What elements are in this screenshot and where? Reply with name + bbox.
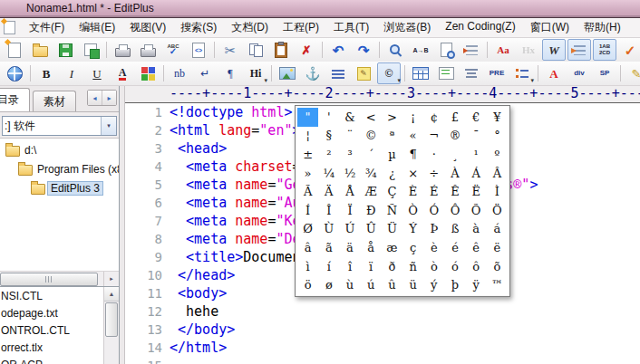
charmap-cell[interactable]: Ë xyxy=(466,182,487,201)
charmap-cell[interactable]: Ú xyxy=(339,220,360,239)
menu-item[interactable]: 帮助(H) xyxy=(577,18,628,37)
hex-view-button[interactable]: Hx xyxy=(517,39,540,61)
file-list-item[interactable]: orrect.tlx xyxy=(0,340,104,357)
charmap-cell[interactable]: Í xyxy=(297,201,318,220)
find-button[interactable] xyxy=(383,39,407,61)
redo-button[interactable]: ↷ xyxy=(352,39,375,61)
comment-button[interactable]: ✎ xyxy=(352,62,375,84)
charmap-cell[interactable]: ³ xyxy=(339,145,360,164)
menu-item[interactable]: 文件(F) xyxy=(22,18,72,37)
word-wrap-button[interactable]: W xyxy=(542,39,566,61)
charmap-cell[interactable]: ¬ xyxy=(423,127,444,146)
menu-item[interactable]: 窗口(W) xyxy=(523,18,577,37)
horizontal-rule-button[interactable] xyxy=(326,62,350,84)
charmap-cell[interactable]: à xyxy=(466,220,487,239)
special-character-button[interactable]: ©▾ xyxy=(377,62,401,84)
menu-item[interactable]: 工程(P) xyxy=(276,18,326,37)
goto-line-button[interactable] xyxy=(460,39,483,61)
charmap-cell[interactable]: ¹ xyxy=(466,145,487,164)
charmap-cell[interactable]: ¿ xyxy=(382,164,402,183)
charmap-cell[interactable]: § xyxy=(318,127,339,146)
heading-button[interactable]: Hi▾ xyxy=(244,62,267,84)
menu-item[interactable]: 浏览器(B) xyxy=(376,18,438,37)
menu-item[interactable]: 视图(V) xyxy=(122,18,173,37)
charmap-cell[interactable]: Ç xyxy=(382,182,402,201)
charmap-cell[interactable]: Ù xyxy=(318,220,339,239)
charmap-cell[interactable]: ø xyxy=(318,275,339,294)
drive-selector[interactable]: :] 软件 ▾ xyxy=(2,116,117,136)
charmap-cell[interactable]: é xyxy=(444,238,465,257)
charmap-cell[interactable]: ¾ xyxy=(361,164,382,183)
charmap-cell[interactable]: £ xyxy=(444,108,465,127)
charmap-cell[interactable]: É xyxy=(423,182,444,201)
charmap-cell[interactable]: µ xyxy=(382,145,402,164)
charmap-cell[interactable]: î xyxy=(339,257,360,276)
charmap-cell[interactable]: < xyxy=(361,108,382,127)
bold-button[interactable]: B xyxy=(34,62,58,84)
charmap-cell[interactable]: Ñ xyxy=(382,201,402,220)
toggle-case-button[interactable]: Aa xyxy=(491,39,515,61)
charmap-cell[interactable]: ì xyxy=(297,257,318,276)
browser-preview-button[interactable] xyxy=(3,62,26,84)
paste-button[interactable] xyxy=(269,39,293,61)
charmap-cell[interactable]: ¶ xyxy=(402,145,423,164)
charmap-cell[interactable]: õ xyxy=(487,257,508,276)
charmap-cell[interactable]: · xyxy=(423,145,444,164)
charmap-cell[interactable]: ¡ xyxy=(402,108,423,127)
charmap-cell[interactable]: ý xyxy=(423,275,444,294)
copy-button[interactable] xyxy=(244,39,267,61)
line-break-button[interactable]: ↵ xyxy=(193,62,217,84)
tree-item[interactable]: d:\ xyxy=(0,140,119,159)
tab-scroll-left-icon[interactable]: ◂ xyxy=(88,91,102,105)
div-button[interactable]: div xyxy=(567,62,591,84)
charmap-cell[interactable]: ô xyxy=(466,257,487,276)
charmap-cell[interactable]: ê xyxy=(466,238,487,257)
document-menu-icon[interactable] xyxy=(4,21,15,34)
charmap-cell[interactable]: ò xyxy=(423,257,444,276)
indent-guide-button[interactable] xyxy=(567,39,591,61)
charmap-cell[interactable]: ° xyxy=(487,127,508,146)
scroll-up-icon[interactable]: ▲ xyxy=(104,287,119,302)
charmap-cell[interactable]: > xyxy=(382,108,402,127)
charmap-cell[interactable]: © xyxy=(361,127,382,146)
save-all-button[interactable] xyxy=(79,39,102,61)
charmap-cell[interactable]: û xyxy=(382,275,402,294)
charmap-cell[interactable]: Ï xyxy=(339,201,360,220)
chevron-down-icon[interactable]: ▾ xyxy=(101,117,116,135)
charmap-cell[interactable]: ú xyxy=(361,275,382,294)
menu-item[interactable]: 工具(T) xyxy=(326,18,376,37)
charmap-cell[interactable]: ï xyxy=(361,257,382,276)
charmap-cell[interactable]: Û xyxy=(361,220,382,239)
menu-item[interactable]: 编辑(E) xyxy=(72,18,122,37)
replace-button[interactable]: A→B xyxy=(409,39,432,61)
scroll-right-icon[interactable]: ▸ xyxy=(103,272,119,286)
charmap-cell[interactable]: ¦ xyxy=(297,127,318,146)
charmap-cell[interactable]: ù xyxy=(339,275,360,294)
charmap-cell[interactable]: ¯ xyxy=(466,127,487,146)
file-list-item[interactable]: OR.ACP xyxy=(0,357,104,364)
font-tag-button[interactable]: A xyxy=(542,62,566,84)
spell-check-button[interactable]: ABC xyxy=(161,39,185,61)
charmap-cell[interactable]: ÷ xyxy=(423,164,444,183)
charmap-cell[interactable]: Æ xyxy=(361,182,382,201)
charmap-cell[interactable]: ª xyxy=(382,127,402,146)
syntax-check-button[interactable]: ✓ xyxy=(618,39,640,61)
charmap-cell[interactable]: Ó xyxy=(423,201,444,220)
open-file-button[interactable] xyxy=(28,39,52,61)
scrollbar-thumb[interactable] xyxy=(105,302,118,337)
charmap-cell[interactable]: » xyxy=(297,164,318,183)
charmap-cell[interactable]: â xyxy=(297,238,318,257)
textarea-button[interactable] xyxy=(434,62,458,84)
delete-button[interactable]: ✗ xyxy=(295,39,318,61)
charmap-cell[interactable]: ë xyxy=(487,238,508,257)
find-in-files-button[interactable] xyxy=(434,39,458,61)
save-button[interactable] xyxy=(53,39,77,61)
charmap-cell[interactable]: « xyxy=(402,127,423,146)
charmap-cell[interactable]: í xyxy=(318,257,339,276)
line-number-button[interactable]: 1AB 2CD xyxy=(593,39,616,61)
view-source-button[interactable]: <> xyxy=(187,39,210,61)
charmap-cell[interactable]: Ý xyxy=(402,220,423,239)
file-list-item[interactable]: ONTROL.CTL xyxy=(0,322,104,340)
pre-button[interactable]: PRE xyxy=(485,62,509,84)
charmap-cell[interactable]: ß xyxy=(444,220,465,239)
